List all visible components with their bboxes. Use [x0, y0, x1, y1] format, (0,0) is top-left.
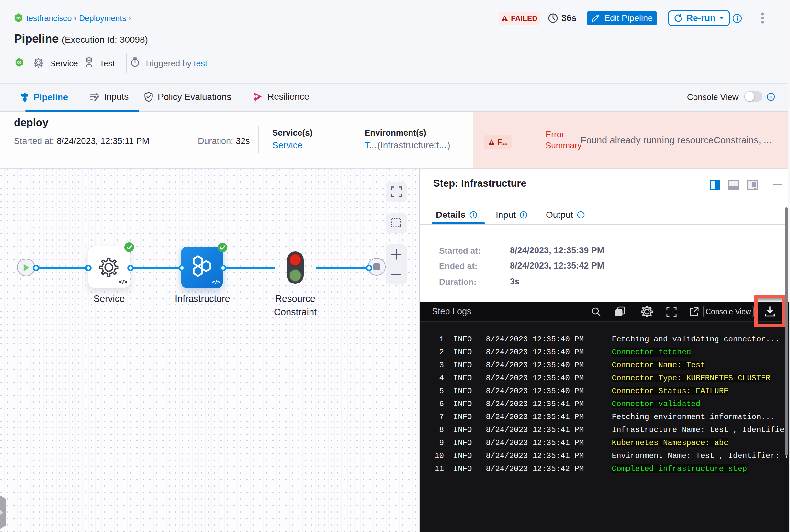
svg-text:∞: ∞ [17, 59, 22, 66]
svg-text:∞: ∞ [16, 14, 21, 21]
